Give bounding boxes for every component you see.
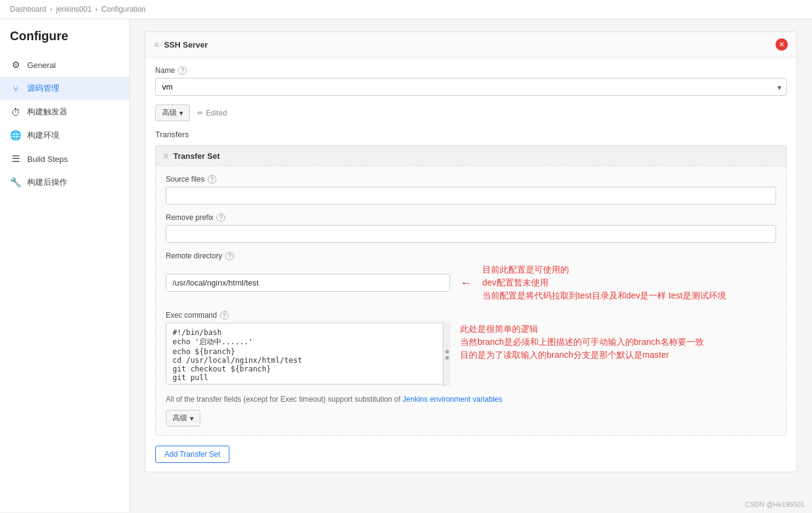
breadcrumb-sep2: › — [95, 5, 98, 14]
remote-dir-help-icon[interactable]: ? — [225, 252, 234, 260]
sidebar-item-source[interactable]: ⑂ 源码管理 — [0, 77, 129, 100]
transfers-label: Transfers — [155, 130, 787, 139]
exec-command-help-icon[interactable]: ? — [220, 311, 229, 320]
name-field-group: Name ? vm ▾ — [155, 66, 787, 96]
jenkins-env-vars-link[interactable]: Jenkins environment variables — [403, 395, 502, 404]
clock-icon: ⏱ — [10, 106, 21, 117]
main-content: ≡ SSH Server ✕ Name ? vm ▾ — [130, 19, 812, 512]
breadcrumb-dashboard[interactable]: Dashboard — [10, 5, 46, 14]
ssh-server-body: Name ? vm ▾ 高级 ▾ ✏ Edi — [145, 57, 797, 472]
red-arrow-icon: ← — [460, 276, 472, 290]
sidebar-item-triggers[interactable]: ⏱ 构建触发器 — [0, 100, 129, 124]
advanced2-label: 高级 — [173, 413, 187, 423]
source-files-input[interactable] — [166, 187, 776, 205]
sidebar-item-environment[interactable]: 🌐 构建环境 — [0, 124, 129, 147]
edited-tag: ✏ Edited — [197, 109, 227, 117]
source-files-help-icon[interactable]: ? — [208, 175, 216, 184]
exec-command-group: Exec command ? — [166, 311, 776, 386]
edited-label: Edited — [206, 109, 227, 117]
list-icon: ☰ — [10, 153, 21, 164]
transfer-set-title: Transfer Set — [173, 151, 220, 161]
sidebar-item-general[interactable]: ⚙ General — [0, 53, 129, 77]
wrench-icon: 🔧 — [10, 177, 21, 188]
remove-prefix-help-icon[interactable]: ? — [216, 213, 225, 222]
add-transfer-set-area: Add Transfer Set — [155, 446, 787, 463]
remote-dir-label: Remote directory ? — [166, 252, 776, 260]
sidebar-label-triggers: 构建触发器 — [27, 106, 67, 117]
remote-dir-annotation: 目前此配置是可使用的 dev配置暂未使用 当前配置是将代码拉取到test目录及和… — [482, 263, 726, 302]
sidebar-item-build-steps[interactable]: ☰ Build Steps — [0, 147, 129, 171]
exec-command-textarea[interactable] — [166, 323, 450, 384]
breadcrumb-configuration: Configuration — [101, 5, 145, 14]
advanced-label: 高级 — [162, 108, 177, 118]
sidebar-label-build-steps: Build Steps — [27, 155, 68, 164]
ssh-server-title: SSH Server — [164, 40, 208, 49]
advanced-chevron-icon: ▾ — [179, 109, 183, 117]
ssh-server-card: ≡ SSH Server ✕ Name ? vm ▾ — [145, 32, 797, 472]
transfer-set-header: ≡ Transfer Set — [156, 146, 786, 166]
ssh-server-header: ≡ SSH Server ✕ — [145, 32, 797, 57]
breadcrumb-sep1: › — [50, 5, 53, 14]
transfer-drag-icon: ≡ — [163, 151, 168, 161]
drag-icon: ≡ — [154, 40, 159, 49]
sidebar-label-post-build: 构建后操作 — [27, 177, 67, 188]
sidebar-title: Configure — [0, 29, 129, 53]
branch-icon: ⑂ — [10, 83, 21, 94]
gear-icon: ⚙ — [10, 59, 21, 70]
advanced2-chevron-icon: ▾ — [190, 414, 194, 423]
transfer-set-body: Source files ? Remove prefix ? — [156, 166, 786, 435]
exec-annotation: 此处是很简单的逻辑 当然branch是必须和上图描述的可手动输入的branch名… — [460, 323, 704, 362]
advanced-button[interactable]: 高级 ▾ — [155, 104, 190, 121]
remove-prefix-label: Remove prefix ? — [166, 213, 776, 222]
name-label: Name ? — [155, 66, 787, 75]
advanced-button-2[interactable]: 高级 ▾ — [166, 410, 200, 426]
ssh-server-title-row: ≡ SSH Server — [154, 40, 208, 49]
sidebar-label-environment: 构建环境 — [27, 130, 59, 141]
breadcrumb-jenkins001[interactable]: jenkins001 — [56, 5, 92, 14]
transfer-set: ≡ Transfer Set Source files ? — [155, 145, 787, 436]
globe-icon: 🌐 — [10, 130, 21, 141]
name-select[interactable]: vm — [155, 78, 787, 96]
sidebar-item-post-build[interactable]: 🔧 构建后操作 — [0, 171, 129, 194]
watermark: CSDN @He195501 — [745, 501, 805, 508]
breadcrumb: Dashboard › jenkins001 › Configuration — [0, 0, 812, 19]
remote-dir-group: Remote directory ? ← 目前此配置是可使用的 dev配置暂未使… — [166, 252, 776, 302]
name-select-wrap: vm ▾ — [155, 78, 787, 96]
sidebar: Configure ⚙ General ⑂ 源码管理 ⏱ 构建触发器 🌐 构建环… — [0, 19, 130, 512]
remove-prefix-input[interactable] — [166, 225, 776, 243]
actions-row: 高级 ▾ ✏ Edited — [155, 104, 787, 121]
source-files-group: Source files ? — [166, 175, 776, 205]
transfer-note: All of the transfer fields (except for E… — [166, 395, 776, 404]
pencil-icon: ✏ — [197, 109, 203, 117]
name-help-icon[interactable]: ? — [178, 66, 187, 75]
add-transfer-set-button[interactable]: Add Transfer Set — [155, 446, 229, 463]
sidebar-label-source: 源码管理 — [27, 83, 59, 94]
exec-command-label: Exec command ? — [166, 311, 776, 320]
remove-prefix-group: Remove prefix ? — [166, 213, 776, 243]
close-button[interactable]: ✕ — [776, 38, 788, 51]
remote-dir-input[interactable] — [166, 274, 450, 292]
source-files-label: Source files ? — [166, 175, 776, 184]
sidebar-label-general: General — [27, 61, 56, 70]
